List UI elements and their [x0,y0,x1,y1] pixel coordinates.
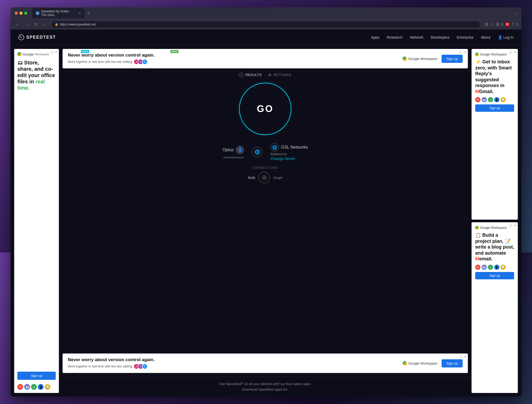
site-header: SPEEDTEST Apps Research Network Develope… [11,29,332,45]
multi-option: Multi [248,176,255,180]
go-button-label: GO [257,103,274,114]
left-ad-close-icon[interactable]: ✕ [55,50,57,54]
top-banner-sub-text: Work together in real time with live doc… [68,60,133,64]
close-traffic-light[interactable] [15,12,18,15]
back-button[interactable]: ← [14,21,21,28]
provider-info: Optus 👤 [222,146,244,158]
logo-text: SPEEDTEST [26,35,56,40]
toggle-switch-icon [262,175,267,180]
speedtest-tabs: ✓ RESULTS ⚙ SETTINGS [239,73,291,77]
left-ad-info-icon[interactable]: ⓘ [51,50,54,54]
left-ad: ⓘ ✕ Google Workspace 🗂 Store, share, and… [14,49,59,252]
traffic-lights [15,12,27,15]
fullscreen-traffic-light[interactable] [24,12,27,15]
go-button[interactable]: GO [239,83,291,135]
provider-user-icon: 👤 [236,146,244,154]
svg-point-8 [265,178,265,179]
left-ad-drive-icon: 🗂 [17,60,23,65]
tab-bar: Speedtest by Ookla - The Glob... ✕ + [32,8,332,18]
speedtest-logo-icon [18,34,24,40]
go-button-container: GO [239,83,291,135]
svg-point-7 [263,178,264,179]
minimize-traffic-light[interactable] [19,12,23,15]
provider-name: Optus [222,148,234,152]
top-banner-headline-text: Never worry about version control again. [68,53,155,58]
google-g-icon [17,52,22,56]
svg-point-6 [265,176,265,177]
svg-point-1 [21,37,22,38]
single-option: Single [273,176,283,180]
results-tab[interactable]: ✓ RESULTS [239,73,262,77]
refresh-button[interactable]: ↻ [33,21,39,28]
server-name-row: 🌐 GSL Networks [270,143,308,152]
connections-section: Connections Multi [248,166,283,183]
results-tab-label: RESULTS [245,73,262,77]
server-details: 🌐 GSL Networks Melbourne Change Server [270,143,308,161]
server-globe-icon: 🌐 [270,143,279,152]
server-name: GSL Networks [281,145,308,150]
connections-toggle: Multi [248,172,283,183]
results-tab-icon: ✓ [239,73,244,77]
tab-close-button[interactable]: ✕ [79,12,81,15]
svg-point-5 [263,176,264,177]
server-location: Melbourne [270,152,287,156]
connections-label: Connections [252,166,278,170]
server-info: Optus 👤 🌐 🌐 GSL Networks Melbourne [222,143,308,161]
url-bar[interactable]: 🔒 https://www.speedtest.net [51,21,332,28]
provider-name-row: Optus 👤 [222,146,244,154]
site-logo: SPEEDTEST [18,34,56,40]
left-ad-workspace-label2: Workspace [35,53,49,56]
website: SPEEDTEST Apps Research Network Develope… [11,29,332,252]
url-text: https://www.speedtest.net [60,23,96,26]
connections-toggle-button[interactable] [258,172,270,183]
settings-tab[interactable]: ⚙ SETTINGS [268,73,291,77]
browser-window: Speedtest by Ookla - The Glob... ✕ + ⌄ ←… [11,7,332,252]
avatar-3: C [142,59,148,65]
tab-favicon [36,11,39,15]
tab-title: Speedtest by Ookla - The Glob... [41,9,76,17]
top-banner-sub: Work together in real time with live doc… [68,59,332,65]
left-ad-gw-logo: Google Workspace [17,52,56,56]
divider-globe-icon: 🌐 [252,147,263,157]
home-button[interactable]: ⌂ [41,21,47,28]
speedtest-main: ✓ RESULTS ⚙ SETTINGS GO [59,68,332,252]
top-banner-headline: Alexa Chris Never worry about version co… [68,53,332,58]
settings-tab-label: SETTINGS [273,73,291,77]
left-ad-workspace-label: Google [23,52,34,56]
top-banner-text: Alexa Chris Never worry about version co… [68,53,332,65]
settings-gear-icon: ⚙ [268,73,272,77]
new-tab-button[interactable]: + [86,11,92,16]
change-server-button[interactable]: Change Server [270,156,295,161]
center-content: ⓘ ✕ Alexa Chris Never worry about versio… [59,45,332,252]
title-bar: Speedtest by Ookla - The Glob... ✕ + ⌄ [11,7,332,19]
left-ad-headline: 🗂 Store, share, and co-edit your office … [17,59,56,91]
nav-bar: ← → ↻ ⌂ 🔒 https://www.speedtest.net ⊞ ☆ … [11,19,332,29]
site-content: ⓘ ✕ Google Workspace 🗂 Store, share, and… [11,45,332,252]
lock-icon: 🔒 [55,23,58,26]
top-banner-ad: ⓘ ✕ Alexa Chris Never worry about versio… [63,49,332,68]
forward-button[interactable]: → [23,21,30,28]
provider-bar [223,157,244,158]
browser-tab[interactable]: Speedtest by Ookla - The Glob... ✕ [32,8,85,18]
avatar-group: A B C [135,59,148,65]
